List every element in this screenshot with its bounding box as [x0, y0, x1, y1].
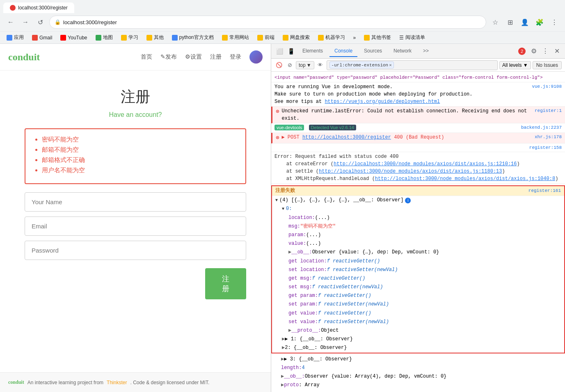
browser-nav: ← → ↺ 🔒 localhost:3000/register ☆ ⊞ 👤 🧩 … [0, 13, 565, 31]
devtools-settings-button[interactable]: ⚙ [529, 46, 539, 56]
vue-link[interactable]: https://vuejs.org/guide/deployment.html [325, 99, 440, 105]
location-val: (...) [315, 214, 330, 222]
devtools-more-button[interactable]: ⋮ [540, 46, 550, 56]
bookmark-study[interactable]: 学习 [119, 33, 140, 42]
eye-icon[interactable]: 👁 [316, 61, 325, 70]
axios-link-1[interactable]: http://localhost:3000/node_modules/axios… [334, 161, 517, 167]
proto-footer-line: ▶ proto : Array [271, 381, 565, 390]
value-line: value: (...) [272, 239, 564, 248]
expand-icon[interactable]: ▶ [281, 356, 284, 363]
axios-link-3[interactable]: http://localhost:3000/node_modules/axios… [375, 176, 555, 182]
tab-network[interactable]: Network [389, 46, 416, 57]
debug-section: 注册失败 register:161 ▼ (4) [{…}, {…}, {…}, … [271, 185, 565, 353]
tab-console[interactable]: Console [329, 46, 357, 57]
tab-elements[interactable]: Elements [297, 46, 328, 57]
levels-dropdown[interactable]: All levels ▼ [499, 61, 531, 69]
devtools-close-button[interactable]: ✕ [552, 46, 562, 56]
name-input[interactable] [25, 192, 246, 212]
url-bar[interactable]: 🔒 localhost:3000/register [49, 16, 486, 29]
frontend-icon [257, 35, 263, 41]
translate-icon[interactable]: ⊞ [504, 16, 516, 28]
line-source[interactable]: backend.js:2237 [521, 124, 562, 131]
bookmark-button[interactable]: ☆ [490, 16, 501, 28]
filter-toggle-button[interactable]: ⊘ [285, 61, 294, 70]
context-dropdown[interactable]: top ▼ [296, 61, 314, 69]
bookmark-maps[interactable]: 地图 [94, 33, 114, 42]
value-val: (...) [306, 240, 321, 248]
nav-settings[interactable]: ⚙设置 [185, 53, 202, 61]
post-url[interactable]: http://localhost:3000/register [302, 134, 391, 140]
axios-link-2[interactable]: http://localhost:3000/node_modules/axios… [319, 169, 502, 174]
other-icon [146, 35, 152, 41]
expand-icon[interactable]: ▶ [282, 335, 285, 343]
param-key: param: [288, 231, 306, 239]
bookmark-gmail[interactable]: Gmail [30, 34, 54, 41]
device-toolbar-button[interactable]: 📱 [286, 46, 296, 56]
youtube-icon [60, 35, 66, 41]
tab-sources[interactable]: Sources [359, 46, 387, 57]
tab-more[interactable]: >> [418, 46, 434, 57]
expand-arrow[interactable]: ▼ [275, 197, 278, 204]
line-source[interactable]: register:161 [528, 187, 561, 195]
nav-home[interactable]: 首页 [141, 53, 152, 61]
password-input[interactable] [25, 241, 246, 260]
bookmark-more[interactable]: » [352, 34, 358, 41]
bookmark-other[interactable]: 其他 [145, 33, 165, 42]
footer-thinkster[interactable]: Thinkster [107, 380, 127, 385]
no-issues-button[interactable]: No Issues [533, 61, 562, 69]
nav-login[interactable]: 登录 [230, 53, 241, 61]
line-source[interactable]: xhr.js:178 [535, 134, 562, 141]
reload-button[interactable]: ↺ [34, 16, 46, 28]
expand-icon[interactable]: ▶ [281, 381, 284, 389]
console-text: vue-devtools Detected Vue v2.6.14 [274, 124, 519, 132]
set-loc-key: set location: [288, 266, 327, 274]
browser-tab[interactable]: localhost:3000/register [3, 2, 74, 13]
register-panel: conduit 首页 ✎发布 ⚙设置 注册 登录 注册 Have an acco… [0, 44, 271, 392]
console-line-vue-detected: vue-devtools Detected Vue v2.6.14 backen… [271, 123, 565, 133]
back-button[interactable]: ← [5, 16, 16, 28]
nav-publish[interactable]: ✎发布 [160, 53, 177, 61]
item1-line: ▶ ▶ 1: {__ob__: Observer} [272, 335, 564, 344]
error-box: 密码不能为空 邮箱不能为空 邮箱格式不正确 用户名不能为空 [25, 128, 246, 184]
error-item: 用户名不能为空 [42, 166, 237, 174]
bookmark-apps[interactable]: 应用 [5, 33, 25, 42]
filter-input[interactable]: -url:chrome-extension ✕ [327, 60, 498, 70]
clear-console-button[interactable]: 🚫 [274, 61, 284, 70]
bookmark-reading-list[interactable]: ☰ 阅读清单 [398, 33, 427, 42]
form-area: 注册 Have an account? 密码不能为空 邮箱不能为空 邮箱格式不正… [0, 71, 271, 372]
forward-button[interactable]: → [20, 16, 31, 28]
expand-icon[interactable]: ▶ [282, 344, 285, 352]
filter-chip-close-icon[interactable]: ✕ [389, 62, 392, 68]
value-key: value: [288, 240, 306, 248]
expand-arrow[interactable]: ▼ [282, 206, 284, 212]
register-button[interactable]: 注册 [205, 268, 246, 299]
avatar[interactable] [249, 50, 263, 64]
bookmark-label: 前端 [265, 34, 274, 41]
bookmark-frontend[interactable]: 前端 [256, 33, 276, 42]
line-source[interactable]: vue.js:9108 [532, 83, 562, 90]
profile-icon[interactable]: 👤 [519, 16, 531, 28]
bookmark-python[interactable]: python官方文档 [170, 33, 215, 42]
app-logo[interactable]: conduit [8, 52, 40, 63]
line-source[interactable]: register:158 [529, 144, 562, 151]
has-account-link[interactable]: Have an account? [109, 111, 162, 119]
bookmark-common[interactable]: 常用网站 [220, 33, 251, 42]
set-loc-line: set location: f reactiveSetter(newVal) [272, 266, 564, 274]
set-loc-val: f reactiveSetter(newVal) [327, 266, 398, 274]
menu-button[interactable]: ⋮ [549, 16, 560, 28]
set-value-key: set value: [288, 318, 318, 326]
bookmark-ml[interactable]: 首页 机器学习 [316, 33, 347, 42]
bookmark-other-bookmarks[interactable]: 其他书签 [362, 33, 393, 42]
extensions-icon[interactable]: 🧩 [534, 16, 545, 28]
nav-register[interactable]: 注册 [210, 53, 222, 61]
bookmark-label: 其他书签 [371, 34, 391, 41]
info-icon: i [405, 198, 411, 203]
error-list: 密码不能为空 邮箱不能为空 邮箱格式不正确 用户名不能为空 [34, 136, 237, 174]
bookmark-youtube[interactable]: YouTube [59, 34, 89, 41]
inspect-element-button[interactable]: ⬜ [274, 46, 284, 56]
maps-icon [96, 35, 101, 41]
bookmark-netdisk[interactable]: 网盘搜索 [281, 33, 311, 42]
length-line: length: 4 [271, 364, 565, 372]
line-source[interactable]: register:1 [535, 107, 562, 114]
email-input[interactable] [25, 217, 246, 236]
